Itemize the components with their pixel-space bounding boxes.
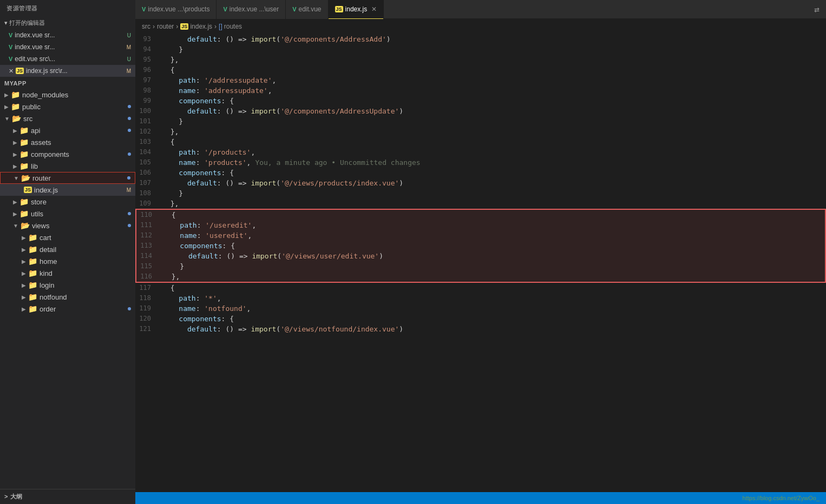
main-area: V index.vue ...\products V index.vue ...… bbox=[135, 0, 826, 504]
tree-item-login[interactable]: ▶ 📁 login bbox=[0, 279, 135, 291]
tree-item-views[interactable]: ▼ 📂 views bbox=[0, 220, 135, 231]
chevron-right-icon: ▶ bbox=[13, 163, 17, 169]
chevron-right-icon: ▶ bbox=[22, 270, 26, 276]
tabs-bar: V index.vue ...\products V index.vue ...… bbox=[135, 0, 826, 19]
tree-item-components[interactable]: ▶ 📁 components bbox=[0, 148, 135, 160]
tab-close-icon[interactable]: ✕ bbox=[371, 5, 377, 13]
folder-icon: 📁 bbox=[19, 209, 29, 218]
dot-badge bbox=[128, 212, 131, 215]
editor-item-1[interactable]: V index.vue sr... M bbox=[0, 41, 135, 53]
code-line: 97 path: '/addressupdate', bbox=[135, 75, 826, 85]
code-line: 94 } bbox=[135, 44, 826, 55]
code-line: 100 default: () => import('@/components/… bbox=[135, 106, 826, 116]
dot-badge bbox=[128, 224, 131, 227]
editor-item-0[interactable]: V index.vue sr... U bbox=[0, 29, 135, 41]
close-icon: ✕ bbox=[9, 68, 14, 75]
chevron-right-icon: ▶ bbox=[13, 211, 17, 217]
folder-icon: 📁 bbox=[19, 138, 29, 147]
chevron-down-icon: ▼ bbox=[14, 175, 19, 181]
tree-item-src[interactable]: ▼ 📂 src bbox=[0, 112, 135, 124]
tree-item-detail[interactable]: ▶ 📁 detail bbox=[0, 243, 135, 255]
tree-item-node-modules[interactable]: ▶ 📁 node_modules bbox=[0, 89, 135, 101]
tree-item-order[interactable]: ▶ 📁 order bbox=[0, 303, 135, 315]
code-line: 104 path: '/products', bbox=[135, 147, 826, 157]
dot-badge bbox=[128, 152, 131, 156]
csdn-url: https://blog.csdn.net/ZywOo_ bbox=[743, 495, 820, 501]
chevron-down-icon: ▼ bbox=[4, 116, 10, 122]
project-name[interactable]: MYAPP bbox=[0, 77, 135, 89]
vue-icon: V bbox=[292, 6, 296, 12]
tab-user-index[interactable]: V index.vue ...\user bbox=[217, 0, 286, 19]
editor-item-3[interactable]: ✕ JS index.js src\r... M bbox=[0, 65, 135, 77]
vue-icon: V bbox=[9, 44, 12, 50]
tree-item-router-index[interactable]: JS index.js M bbox=[0, 184, 135, 196]
code-line-highlighted: 111 path: '/useredit', bbox=[135, 220, 826, 230]
code-line: 98 name: 'addressupdate', bbox=[135, 85, 826, 96]
code-line: 120 components: { bbox=[135, 314, 826, 324]
chevron-down-icon: ▼ bbox=[13, 223, 18, 229]
sidebar: 资源管理器 ▾ 打开的编辑器 V index.vue sr... U V ind… bbox=[0, 0, 135, 504]
chevron-right-icon: ▶ bbox=[22, 235, 26, 241]
tab-edit-vue[interactable]: V edit.vue bbox=[286, 0, 328, 19]
breadcrumb-sep: › bbox=[176, 23, 178, 30]
folder-icon: 📁 bbox=[19, 162, 29, 170]
chevron-right-icon: ▶ bbox=[4, 92, 9, 98]
folder-icon: 📁 bbox=[28, 293, 37, 301]
breadcrumb-sep: › bbox=[214, 23, 217, 30]
chevron-right-icon: ▶ bbox=[13, 151, 17, 157]
folder-open-icon: 📂 bbox=[12, 114, 21, 123]
breadcrumb-sep: › bbox=[153, 23, 155, 30]
code-line: 103 { bbox=[135, 137, 826, 147]
folder-icon: 📁 bbox=[28, 233, 37, 242]
editor-item-2[interactable]: V edit.vue src\... U bbox=[0, 53, 135, 65]
code-line: 95 }, bbox=[135, 55, 826, 65]
open-editors-header[interactable]: ▾ 打开的编辑器 bbox=[0, 17, 135, 29]
js-icon: JS bbox=[335, 6, 343, 12]
chevron-right-icon: ▶ bbox=[4, 104, 9, 110]
code-line-highlighted-bottom: 116 }, bbox=[135, 271, 826, 283]
open-editors-section: ▾ 打开的编辑器 V index.vue sr... U V index.vue… bbox=[0, 17, 135, 77]
tree-item-assets[interactable]: ▶ 📁 assets bbox=[0, 136, 135, 148]
js-breadcrumb-icon: JS bbox=[180, 23, 188, 30]
dot-badge bbox=[128, 105, 131, 108]
tree-item-public[interactable]: ▶ 📁 public bbox=[0, 101, 135, 112]
breadcrumb: src › router › JS index.js › [] routes bbox=[135, 19, 826, 34]
code-line: 101 } bbox=[135, 116, 826, 127]
tree-item-kind[interactable]: ▶ 📁 kind bbox=[0, 267, 135, 279]
folder-icon: 📁 bbox=[28, 257, 37, 266]
split-editor-icon[interactable]: ⇄ bbox=[814, 4, 826, 15]
file-tree: MYAPP ▶ 📁 node_modules ▶ 📁 public ▼ 📂 sr… bbox=[0, 77, 135, 489]
dot-badge bbox=[127, 176, 130, 180]
folder-icon: 📁 bbox=[19, 197, 29, 206]
tree-item-store[interactable]: ▶ 📁 store bbox=[0, 196, 135, 208]
tree-item-notfound[interactable]: ▶ 📁 notfound bbox=[0, 291, 135, 303]
vue-icon: V bbox=[142, 6, 146, 12]
folder-icon: 📁 bbox=[19, 126, 29, 135]
status-bar: https://blog.csdn.net/ZywOo_ bbox=[135, 492, 826, 504]
dot-badge bbox=[128, 129, 131, 132]
outline-section[interactable]: > 大纲 bbox=[0, 489, 135, 504]
tree-item-home[interactable]: ▶ 📁 home bbox=[0, 255, 135, 267]
sidebar-title: 资源管理器 bbox=[0, 0, 135, 17]
code-line: 106 components: { bbox=[135, 168, 826, 178]
code-line-highlighted: 115 } bbox=[135, 261, 826, 271]
folder-icon: 📁 bbox=[19, 150, 29, 158]
folder-icon: 📁 bbox=[11, 102, 20, 111]
tab-products-index[interactable]: V index.vue ...\products bbox=[135, 0, 217, 19]
tree-item-cart[interactable]: ▶ 📁 cart bbox=[0, 231, 135, 243]
code-line-highlighted: 112 name: 'useredit', bbox=[135, 230, 826, 241]
tree-item-router[interactable]: ▼ 📂 router bbox=[0, 172, 135, 184]
tree-item-lib[interactable]: ▶ 📁 lib bbox=[0, 160, 135, 172]
code-line: 119 name: 'notfound', bbox=[135, 303, 826, 314]
tab-index-js[interactable]: JS index.js ✕ bbox=[329, 0, 384, 19]
code-line: 109 }, bbox=[135, 198, 826, 209]
code-line-highlighted-top: 110 { bbox=[135, 209, 826, 220]
dot-badge bbox=[128, 307, 131, 310]
dot-badge bbox=[128, 117, 131, 120]
code-line: 108 } bbox=[135, 188, 826, 198]
tree-item-api[interactable]: ▶ 📁 api bbox=[0, 124, 135, 136]
tree-item-utils[interactable]: ▶ 📁 utils bbox=[0, 208, 135, 220]
folder-icon: 📁 bbox=[11, 90, 20, 99]
code-editor[interactable]: 93 default: () => import('@/components/A… bbox=[135, 34, 826, 492]
folder-open-icon: 📂 bbox=[21, 174, 30, 182]
